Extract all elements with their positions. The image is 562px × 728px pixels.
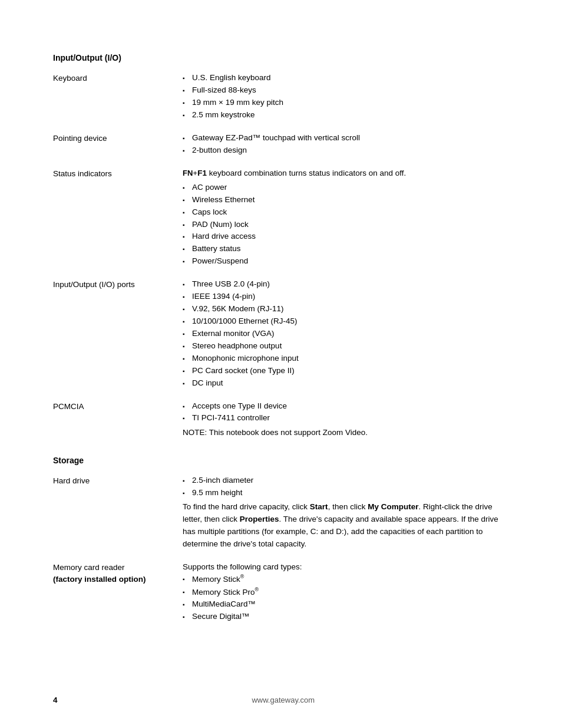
list-item: U.S. English keyboard — [183, 72, 509, 84]
pcmcia-note: NOTE: This notebook does not support Zoo… — [183, 427, 509, 439]
list-item: Hard drive access — [183, 230, 509, 243]
io-ports-bullets: Three USB 2.0 (4-pin) IEEE 1394 (4-pin) … — [183, 278, 509, 389]
hard-drive-note: To find the hard drive capacity, click S… — [183, 501, 509, 551]
table-row: PCMCIA Accepts one Type II device TI PCI… — [53, 400, 509, 450]
pointing-device-content: Gateway EZ-Pad™ touchpad with vertical s… — [183, 132, 509, 167]
list-item: Secure Digital™ — [183, 611, 509, 623]
hard-drive-label: Hard drive — [53, 475, 183, 562]
memory-card-label: Memory card reader (factory installed op… — [53, 561, 183, 634]
list-item: V.92, 56K Modem (RJ-11) — [183, 303, 509, 315]
pcmcia-label: PCMCIA — [53, 400, 183, 450]
footer-url: www.gateway.com — [58, 696, 509, 704]
keyboard-bullets: U.S. English keyboard Full-sized 88-keys… — [183, 72, 509, 121]
status-indicators-content: FN+F1 keyboard combination turns status … — [183, 167, 509, 279]
keyboard-label: Keyboard — [53, 72, 183, 132]
io-ports-content: Three USB 2.0 (4-pin) IEEE 1394 (4-pin) … — [183, 278, 509, 400]
table-row: Input/Output (I/O) ports Three USB 2.0 (… — [53, 278, 509, 400]
memory-card-intro: Supports the following card types: — [183, 561, 509, 573]
pcmcia-bullets: Accepts one Type II device TI PCI-7411 c… — [183, 400, 509, 425]
storage-section-heading: Storage — [53, 456, 509, 465]
list-item: PC Card socket (one Type II) — [183, 365, 509, 377]
table-row: Memory card reader (factory installed op… — [53, 561, 509, 634]
list-item: Stereo headphone output — [183, 340, 509, 353]
list-item: MultiMediaCard™ — [183, 598, 509, 611]
list-item: 9.5 mm height — [183, 487, 509, 499]
io-spec-table: Keyboard U.S. English keyboard Full-size… — [53, 72, 509, 450]
status-intro: FN+F1 keyboard combination turns status … — [183, 169, 406, 177]
table-row: Status indicators FN+F1 keyboard combina… — [53, 167, 509, 279]
list-item: PAD (Num) lock — [183, 219, 509, 231]
status-indicators-label: Status indicators — [53, 167, 183, 279]
pcmcia-content: Accepts one Type II device TI PCI-7411 c… — [183, 400, 509, 450]
pointing-device-bullets: Gateway EZ-Pad™ touchpad with vertical s… — [183, 132, 509, 157]
table-row: Hard drive 2.5-inch diameter 9.5 mm heig… — [53, 475, 509, 562]
list-item: IEEE 1394 (4-pin) — [183, 291, 509, 303]
list-item: AC power — [183, 182, 509, 194]
storage-spec-table: Hard drive 2.5-inch diameter 9.5 mm heig… — [53, 475, 509, 634]
list-item: Full-sized 88-keys — [183, 84, 509, 97]
list-item: Caps lock — [183, 206, 509, 219]
list-item: 2.5 mm keystroke — [183, 109, 509, 121]
table-row: Pointing device Gateway EZ-Pad™ touchpad… — [53, 132, 509, 167]
list-item: Gateway EZ-Pad™ touchpad with vertical s… — [183, 132, 509, 144]
memory-card-bullets: Memory Stick® Memory Stick Pro® MultiMed… — [183, 573, 509, 623]
memory-card-content: Supports the following card types: Memor… — [183, 561, 509, 634]
page-footer: 4 www.gateway.com — [0, 696, 562, 704]
list-item: Power/Suspend — [183, 255, 509, 268]
list-item: Memory Stick® — [183, 573, 509, 585]
memory-card-label-line1: Memory card reader — [53, 562, 165, 574]
page-container: Input/Output (I/O) Keyboard U.S. English… — [0, 0, 562, 669]
list-item: 19 mm × 19 mm key pitch — [183, 97, 509, 109]
memory-card-label-line2: (factory installed option) — [53, 574, 165, 585]
page-number: 4 — [53, 696, 58, 704]
status-bullets: AC power Wireless Ethernet Caps lock PAD… — [183, 182, 509, 268]
table-row: Keyboard U.S. English keyboard Full-size… — [53, 72, 509, 132]
hard-drive-bullets: 2.5-inch diameter 9.5 mm height — [183, 475, 509, 499]
list-item: 10/100/1000 Ethernet (RJ-45) — [183, 315, 509, 328]
list-item: External monitor (VGA) — [183, 328, 509, 340]
list-item: TI PCI-7411 controller — [183, 412, 509, 424]
storage-section: Storage Hard drive 2.5-inch diameter 9.5… — [53, 456, 509, 634]
list-item: Battery status — [183, 243, 509, 255]
hard-drive-content: 2.5-inch diameter 9.5 mm height To find … — [183, 475, 509, 562]
list-item: DC input — [183, 377, 509, 390]
list-item: Monophonic microphone input — [183, 353, 509, 365]
list-item: Accepts one Type II device — [183, 400, 509, 413]
list-item: 2-button design — [183, 144, 509, 157]
list-item: Wireless Ethernet — [183, 194, 509, 206]
list-item: Memory Stick Pro® — [183, 586, 509, 598]
pointing-device-label: Pointing device — [53, 132, 183, 167]
list-item: Three USB 2.0 (4-pin) — [183, 278, 509, 291]
list-item: 2.5-inch diameter — [183, 475, 509, 487]
io-section-heading: Input/Output (I/O) — [53, 53, 509, 62]
io-ports-label: Input/Output (I/O) ports — [53, 278, 183, 400]
keyboard-content: U.S. English keyboard Full-sized 88-keys… — [183, 72, 509, 132]
